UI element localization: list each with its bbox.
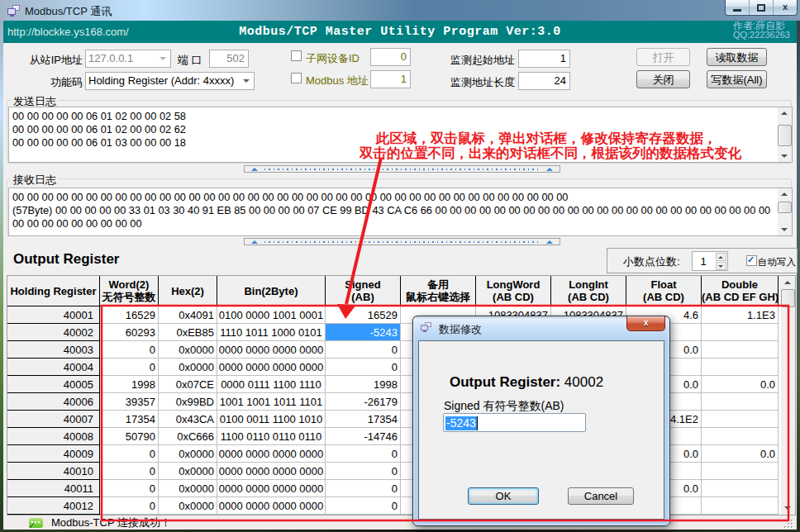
col-header[interactable]: LongWord(AB CD) xyxy=(476,276,551,306)
table-scrollbar[interactable] xyxy=(781,276,795,515)
cell-bin[interactable]: 0000 0111 1100 1110 xyxy=(217,376,326,393)
cell-double[interactable] xyxy=(702,393,779,411)
row-header[interactable]: 40005 xyxy=(7,376,100,393)
row-header[interactable]: 40010 xyxy=(7,463,100,480)
scrollbar-thumb[interactable] xyxy=(781,289,795,307)
col-header[interactable]: LongInt(AB CD) xyxy=(551,276,626,306)
row-header[interactable]: 40008 xyxy=(7,428,100,445)
port-input[interactable]: 502 xyxy=(209,50,249,68)
ip-combo[interactable]: 127.0.0.1 xyxy=(85,50,171,68)
cell-hex[interactable]: 0x0000 xyxy=(159,341,217,359)
cell-double[interactable] xyxy=(702,324,779,341)
start-addr-input[interactable]: 1 xyxy=(518,50,570,68)
col-header-holding-register[interactable]: Holding Register xyxy=(7,276,100,306)
cell-word[interactable]: 0 xyxy=(100,463,159,480)
cell-bin[interactable]: 1100 0110 0110 0110 xyxy=(217,428,326,445)
row-header[interactable]: 40007 xyxy=(7,411,100,428)
cell-signed[interactable]: 0 xyxy=(326,463,401,480)
row-header[interactable]: 40002 xyxy=(7,324,100,341)
row-header[interactable]: 40001 xyxy=(7,306,100,324)
row-header[interactable]: 40003 xyxy=(7,341,100,359)
col-header[interactable]: Word(2)无符号整数 xyxy=(100,276,159,306)
col-header[interactable]: Float(AB CD) xyxy=(626,276,702,306)
cell-word[interactable]: 60293 xyxy=(100,324,159,341)
cell-signed[interactable]: -5243 xyxy=(326,324,401,341)
cell-signed[interactable]: 0 xyxy=(326,445,401,463)
cell-signed[interactable]: 17354 xyxy=(326,411,401,428)
cell-signed[interactable]: -14746 xyxy=(326,428,401,445)
row-header[interactable]: 40011 xyxy=(7,480,100,497)
cell-word[interactable]: 0 xyxy=(100,341,159,359)
write-button[interactable]: 写数据(All) xyxy=(707,70,767,88)
modbus-addr-input[interactable]: 1 xyxy=(370,70,411,88)
cell-signed[interactable]: 0 xyxy=(326,497,401,515)
cell-double[interactable] xyxy=(702,411,779,428)
cell-hex[interactable]: 0x0000 xyxy=(159,480,217,497)
minimize-button[interactable] xyxy=(726,0,750,15)
maximize-button[interactable] xyxy=(750,0,774,15)
decimal-spinner[interactable]: 1 xyxy=(692,251,728,271)
cell-word[interactable]: 1998 xyxy=(100,376,159,393)
length-input[interactable]: 24 xyxy=(518,72,570,90)
row-header[interactable]: 40004 xyxy=(7,359,100,376)
subnet-input[interactable]: 0 xyxy=(370,48,411,66)
cell-word[interactable]: 17354 xyxy=(100,411,159,428)
splitter-top[interactable] xyxy=(244,165,560,173)
scrollbar-thumb[interactable] xyxy=(778,202,792,213)
col-header[interactable]: Hex(2) xyxy=(159,276,217,306)
row-header[interactable]: 40006 xyxy=(7,393,100,411)
cell-signed[interactable]: 1998 xyxy=(326,376,401,393)
modbus-addr-checkbox[interactable] xyxy=(291,73,302,83)
cell-double[interactable] xyxy=(702,428,779,445)
dialog-value-input[interactable]: -5243 xyxy=(443,413,586,432)
open-button[interactable]: 打开 xyxy=(636,48,690,66)
cell-bin[interactable]: 0000 0000 0000 0000 xyxy=(217,445,326,463)
cell-double[interactable]: 1.1E3 xyxy=(702,306,779,324)
cell-double[interactable]: 0.0 xyxy=(702,445,779,463)
cell-double[interactable] xyxy=(702,463,779,480)
cell-word[interactable]: 0 xyxy=(100,359,159,376)
cell-hex[interactable]: 0x0000 xyxy=(159,359,217,376)
cell-hex[interactable]: 0xC666 xyxy=(159,428,217,445)
receive-log-scrollbar[interactable] xyxy=(778,188,792,235)
cell-word[interactable]: 0 xyxy=(100,480,159,497)
cell-hex[interactable]: 0x0000 xyxy=(159,463,217,480)
cell-hex[interactable]: 0x0000 xyxy=(159,497,217,515)
cell-word[interactable]: 39357 xyxy=(100,393,159,411)
col-header[interactable]: Signed(AB) xyxy=(326,276,401,306)
cell-word[interactable]: 0 xyxy=(100,445,159,463)
cell-double[interactable] xyxy=(702,341,779,359)
cell-word[interactable]: 50790 xyxy=(100,428,159,445)
read-button[interactable]: 读取数据 xyxy=(707,48,767,66)
cell-signed[interactable]: 0 xyxy=(326,480,401,497)
cell-double[interactable] xyxy=(702,480,779,497)
cell-word[interactable]: 0 xyxy=(100,497,159,515)
close-button[interactable]: x xyxy=(774,0,797,15)
cell-bin[interactable]: 1001 1001 1011 1101 xyxy=(217,393,326,411)
splitter-bottom[interactable] xyxy=(244,238,560,245)
cell-signed[interactable]: 16529 xyxy=(326,306,401,324)
title-bar[interactable] xyxy=(0,0,800,21)
cell-bin[interactable]: 0000 0000 0000 0000 xyxy=(217,497,326,515)
cell-double[interactable] xyxy=(702,497,779,515)
funccode-combo[interactable]: Holding Register (Addr: 4xxxx) xyxy=(85,72,255,90)
cell-hex[interactable]: 0x4091 xyxy=(159,306,217,324)
receive-log-text[interactable]: 00 00 00 00 00 00 00 00 00 00 00 00 00 0… xyxy=(8,188,793,236)
cancel-button[interactable]: Cancel xyxy=(568,487,634,505)
dialog-close-button[interactable]: x xyxy=(626,316,665,331)
cell-double[interactable]: 0.0 xyxy=(702,376,779,393)
cell-bin[interactable]: 0000 0000 0000 0000 xyxy=(217,359,326,376)
cell-double[interactable] xyxy=(702,359,779,376)
autowrite-checkbox[interactable]: ✓ xyxy=(746,255,757,266)
cell-hex[interactable]: 0x07CE xyxy=(159,376,217,393)
cell-signed[interactable]: 0 xyxy=(326,341,401,359)
cell-hex[interactable]: 0xEB85 xyxy=(159,324,217,341)
cell-hex[interactable]: 0x43CA xyxy=(159,411,217,428)
cell-word[interactable]: 16529 xyxy=(100,306,159,324)
col-header[interactable]: 备用鼠标右键选择 xyxy=(401,276,476,306)
close-conn-button[interactable]: 关闭 xyxy=(636,70,690,88)
col-header[interactable]: Double(AB CD EF GH) xyxy=(702,276,779,306)
ok-button[interactable]: OK xyxy=(468,487,539,505)
col-header[interactable]: Bin(2Byte) xyxy=(217,276,326,306)
subnet-checkbox[interactable] xyxy=(291,50,302,61)
